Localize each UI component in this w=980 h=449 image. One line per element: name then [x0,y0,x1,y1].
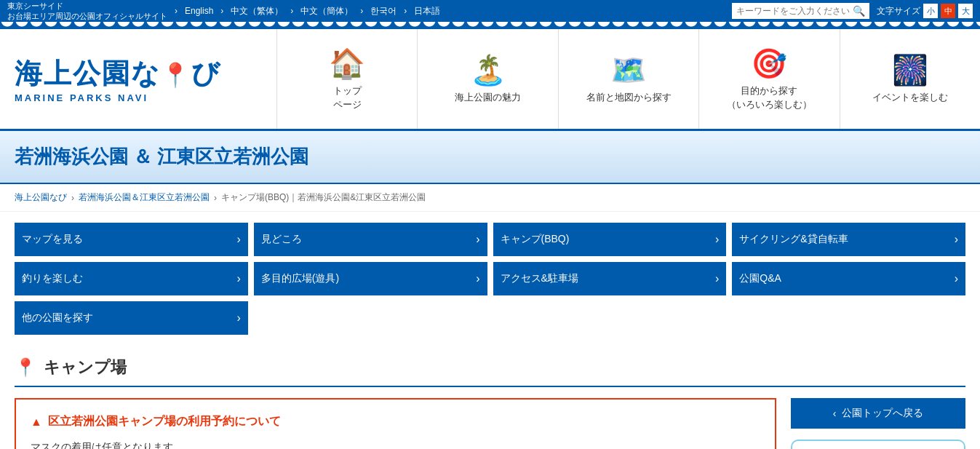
nav-events[interactable]: 🎆 イベントを楽しむ [840,29,980,129]
font-size-controls: 文字サイズ 小 中 大 [877,4,973,18]
lang-chinese-trad[interactable]: 中文（繁体） [225,5,289,17]
search-area: 🔍 文字サイズ 小 中 大 [732,3,973,19]
nav-map[interactable]: 🗺️ 名前と地図から探す [558,29,698,129]
site-info: 東京シーサイド お台場エリア周辺の公園オフィシャルサイト [7,1,167,22]
header: 海上公園な📍び MARINE PARKS NAVI 🏠 トップページ 🏝️ 海上… [0,29,980,131]
search-box: 🔍 [732,3,869,19]
arrow-icon: › [476,272,479,285]
top-bar: 東京シーサイド お台場エリア周辺の公園オフィシャルサイト › English ›… [0,0,980,22]
btn-fishing[interactable]: 釣りを楽しむ › [15,262,248,295]
back-to-top-button[interactable]: ‹ 公園トップへ戻る [791,398,965,429]
notice-title: ▲ 区立若洲公園キャンプ場の利用予約について [31,414,760,429]
button-grid: マップを見る › 見どころ › キャンプ(BBQ) › サイクリング&貸自転車 … [0,212,980,346]
btn-multipurpose[interactable]: 多目的広場(遊具) › [254,262,487,295]
wave-divider [0,22,980,29]
arrow-icon: › [236,311,240,325]
arrow-icon: › [236,233,240,246]
page-title: 若洲海浜公園 ＆ 江東区立若洲公園 [15,144,965,170]
welcome-box: 若洲海浜公園＆江東区立若洲公園へようこそ！ 🎡 [791,440,965,449]
btn-access[interactable]: アクセス&駐車場 › [493,262,727,295]
section-heading: 📍 キャンプ場 [0,346,980,386]
notice-box: ▲ 区立若洲公園キャンプ場の利用予約について マスクの着用は任意となります。 引… [15,398,776,449]
arrow-icon: › [476,233,479,246]
home-icon: 🏠 [329,47,365,81]
search-button[interactable]: 🔍 [853,5,865,17]
event-icon: 🎆 [892,53,928,87]
arrow-icon: › [715,233,719,246]
btn-camp[interactable]: キャンプ(BBQ) › [493,223,727,256]
nav-map-label: 名前と地図から探す [586,91,672,104]
top-nav: › English › 中文（繁体） › 中文（簡体） › 한국어 › 日本語 [175,5,732,17]
nav-top-page[interactable]: 🏠 トップページ [276,29,417,129]
breadcrumb-sep-1: › [71,193,74,203]
target-icon: 🎯 [751,47,787,81]
font-size-large[interactable]: 大 [958,4,973,18]
logo-pin-icon: 📍 [161,62,191,88]
logo-japanese: 海上公園な📍び [15,55,262,92]
pin-icon: 📍 [15,357,36,378]
charm-icon: 🏝️ [470,53,506,87]
arrow-icon: › [236,272,240,285]
lang-chinese-simp[interactable]: 中文（簡体） [295,5,359,17]
lang-english[interactable]: English [179,6,219,16]
content-left: ▲ 区立若洲公園キャンプ場の利用予約について マスクの着用は任意となります。 引… [15,398,776,449]
nav-top-label: トップページ [333,84,362,111]
breadcrumb-sep-2: › [214,193,217,203]
logo-english: MARINE PARKS NAVI [15,92,262,103]
btn-other-parks[interactable]: 他の公園を探す › [15,301,248,335]
arrow-icon: › [955,233,958,246]
nav-purpose-label: 目的から探す（いろいろ楽しむ） [727,84,812,111]
map-icon: 🗺️ [610,53,647,87]
btn-cycling[interactable]: サイクリング&貸自転車 › [732,223,965,256]
nav-charm[interactable]: 🏝️ 海上公園の魅力 [417,29,557,129]
search-input[interactable] [736,6,853,16]
nav-charm-label: 海上公園の魅力 [455,91,521,104]
section-title: キャンプ場 [44,357,127,378]
nav-purpose[interactable]: 🎯 目的から探す（いろいろ楽しむ） [698,29,839,129]
nav-events-label: イベントを楽しむ [872,91,948,104]
header-nav: 🏠 トップページ 🏝️ 海上公園の魅力 🗺️ 名前と地図から探す 🎯 目的から探… [276,29,980,129]
arrow-icon: › [955,272,958,285]
breadcrumb-home[interactable]: 海上公園なび [15,191,67,204]
logo-area: 海上公園な📍び MARINE PARKS NAVI [0,29,276,129]
breadcrumb-current: キャンプ場(BBQ)｜若洲海浜公園&江東区立若洲公園 [221,191,426,204]
warning-icon: ▲ [31,416,42,429]
back-arrow-icon: ‹ [833,408,837,419]
lang-japanese[interactable]: 日本語 [408,5,446,17]
btn-faq[interactable]: 公園Q&A › [732,262,965,295]
btn-highlights[interactable]: 見どころ › [254,223,487,256]
section-divider [15,386,965,387]
arrow-icon: › [715,272,719,285]
breadcrumb: 海上公園なび › 若洲海浜公園＆江東区立若洲公園 › キャンプ場(BBQ)｜若洲… [0,184,980,212]
font-size-medium[interactable]: 中 [941,4,955,18]
font-size-small[interactable]: 小 [923,4,938,18]
btn-map[interactable]: マップを見る › [15,223,248,256]
lang-korean[interactable]: 한국어 [364,5,402,17]
content-right: ‹ 公園トップへ戻る 若洲海浜公園＆江東区立若洲公園へようこそ！ 🎡 [791,398,965,449]
main-content: ▲ 区立若洲公園キャンプ場の利用予約について マスクの着用は任意となります。 引… [0,398,980,449]
notice-body: マスクの着用は任意となります。 引き続き手洗い等の基本的な感染防止対策は行ってく… [31,438,760,449]
page-title-bar: 若洲海浜公園 ＆ 江東区立若洲公園 [0,131,980,184]
breadcrumb-park[interactable]: 若洲海浜公園＆江東区立若洲公園 [79,191,210,204]
